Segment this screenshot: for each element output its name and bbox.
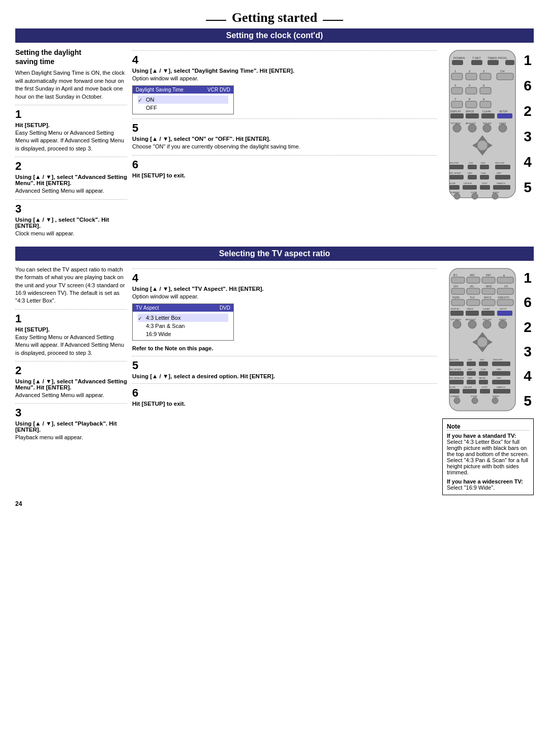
svg-rect-61 [449,175,464,179]
svg-text:SPACE: SPACE [467,308,474,310]
svg-rect-139 [479,371,488,376]
section1-step4: 4 Using [▲ / ▼], select "Daylight Saving… [132,50,437,114]
svg-text:SLOW: SLOW [449,386,455,388]
section1-right: POWER T-SET TIMER PROG. 1 2 3 CH 4 5 6 [442,48,534,241]
svg-rect-94 [482,288,495,294]
section2-step3-body: Playback menu will appear. [15,434,127,441]
right-num-3: 3 [524,129,532,145]
svg-rect-27 [480,101,491,108]
page-title-container: Getting started [15,10,534,25]
svg-text:DUBBING: DUBBING [450,395,460,398]
section2-step1: 1 Hit [SETUP]. Easy Setting Menu or Adva… [15,309,127,357]
section2-left: You can select the TV aspect ratio to ma… [15,266,127,495]
note-title: Note [447,423,529,431]
svg-rect-53 [449,165,464,169]
svg-rect-156 [493,389,510,394]
svg-text:SKIP: SKIP [468,172,472,174]
svg-text:TUV: TUV [470,296,475,299]
svg-rect-19 [451,87,463,94]
svg-rect-4 [452,60,463,65]
svg-text:DISPLAY: DISPLAY [451,308,460,310]
svg-rect-85 [467,277,480,283]
svg-rect-5 [471,60,482,65]
svg-text:SKIP: SKIP [497,368,501,371]
svg-rect-132 [492,361,510,366]
svg-rect-131 [479,361,488,366]
svg-text:PLAY: PLAY [481,368,486,371]
svg-text:SETUP: SETUP [500,308,507,310]
dst-window-body: ✓ ON OFF [133,94,233,114]
tv-aspect-letterbox: ✓ 4:3 Letter Box [138,314,228,322]
right2-num-4: 4 [524,368,532,384]
standard-tv-body: Select "4:3 Letter Box" for full length … [447,439,529,475]
svg-text:AUDIO: AUDIO [493,395,499,398]
tv-aspect-header-right: DVD [220,305,230,311]
svg-rect-6 [487,60,499,65]
svg-text:REC/OTR: REC/OTR [449,358,459,361]
section1-step1-num: 1 [15,108,127,121]
section2-step4-title: Using [▲ / ▼], select "TV Aspect". Hit [… [132,286,437,292]
svg-text:GHI: GHI [453,285,458,288]
svg-text:DEF: DEF [486,274,491,277]
section2-step4: 4 Using [▲ / ▼], select "TV Aspect". Hit… [132,268,437,341]
svg-rect-34 [481,113,495,118]
svg-text:T-SET: T-SET [472,56,481,59]
section1-mid: 4 Using [▲ / ▼], select "Daylight Saving… [132,48,437,241]
svg-text:VIDEO/TV: VIDEO/TV [498,296,510,299]
svg-rect-100 [451,299,465,306]
checkmark-icon: ✓ [138,97,143,102]
svg-rect-64 [495,175,510,179]
section2-step4-num: 4 [132,271,437,285]
section1-step-numbers: 1 6 2 3 4 5 [524,48,532,200]
right2-num-2: 2 [524,319,532,336]
svg-point-119 [499,320,507,328]
svg-point-42 [483,124,491,132]
dst-window-header: Daylight Saving Time VCR DVD [133,86,233,94]
section1-step1: 1 Hit [SETUP]. Easy Setting Menu or Adva… [15,105,127,153]
svg-text:SEARCH: SEARCH [497,182,505,185]
section1-step4-title: Using [▲ / ▼], select "Daylight Saving T… [132,68,437,74]
section2-layout: You can select the TV aspect ratio to ma… [15,266,534,495]
section1-step2: 2 Using [▲ / ▼], select "Advanced Settin… [15,157,127,195]
svg-text:STOP: STOP [482,182,487,185]
svg-rect-87 [497,277,513,283]
section1-left: Setting the daylight saving time When Da… [15,48,127,241]
section2-mid: 4 Using [▲ / ▼], select "TV Aspect". Hit… [132,266,437,495]
svg-rect-26 [466,101,477,108]
tv-aspect-header-left: TV Aspect [136,305,159,311]
svg-rect-153 [449,389,460,394]
svg-text:PLAY: PLAY [481,172,486,174]
svg-text:MNO: MNO [486,285,492,288]
section1-step5: 5 Using [▲ / ▼], select "ON" or "OFF". H… [132,118,437,150]
section2-step1-body: Easy Setting Menu or Advanced Setting Me… [15,334,127,357]
svg-rect-63 [480,175,489,179]
svg-point-124 [477,337,487,347]
svg-rect-70 [463,185,477,190]
tv-aspect-window: TV Aspect DVD ✓ 4:3 Letter Box 4:3 Pan &… [132,304,234,341]
section2-step6-title: Hit [SETUP] to exit. [132,401,437,407]
svg-text:PAUSE: PAUSE [479,377,486,379]
svg-rect-148 [492,380,510,384]
section2-step3: 3 Using [▲ / ▼], select "Playback". Hit … [15,403,127,441]
right2-num-6: 6 [524,294,532,311]
section1-left-intro: When Daylight Saving Time is ON, the clo… [15,69,127,101]
section1-step2-body: Advanced Setting Menu will appear. [15,187,127,195]
svg-text:NSG/OTR: NSG/OTR [493,358,502,361]
widescreen-tv-body: Select "16:9 Wide". [447,485,495,491]
dst-option-on: ✓ ON [138,96,228,104]
section2-step6: 6 Hit [SETUP] to exit. [132,383,437,407]
svg-rect-12 [451,73,463,80]
page-number: 24 [15,500,534,507]
svg-rect-138 [467,371,476,376]
svg-text:CLEAR: CLEAR [483,308,490,310]
section1-step3-title: Using [▲ / ▼] , select "Clock". Hit [ENT… [15,217,127,229]
svg-rect-32 [450,113,464,118]
tv-aspect-wide: 16:9 Wide [138,330,228,338]
svg-text:SLOW: SLOW [449,182,455,185]
svg-rect-154 [463,389,477,394]
dst-option-off: OFF [138,104,228,112]
svg-point-117 [468,320,476,328]
section1-step3-num: 3 [15,202,127,216]
svg-text:PQRS: PQRS [452,296,460,299]
section1-step3-body: Clock menu will appear. [15,230,127,237]
